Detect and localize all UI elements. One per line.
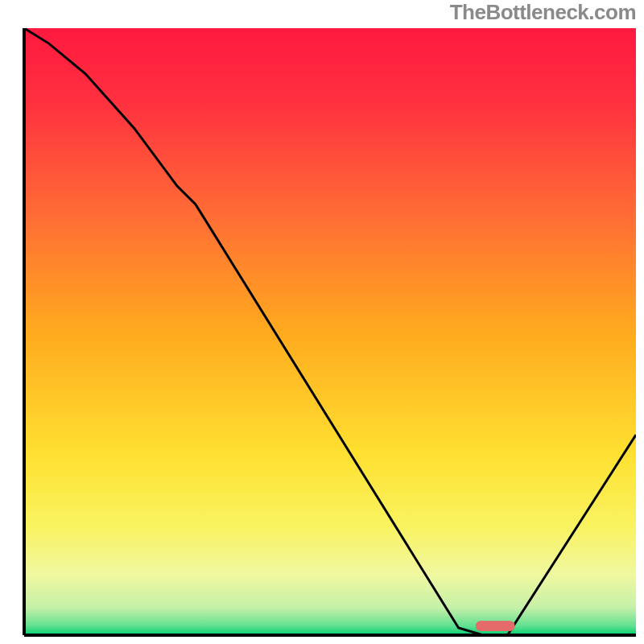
- watermark: TheBottleneck.com: [450, 0, 636, 25]
- gradient-background: [24, 28, 636, 635]
- chart-container: { "watermark": "TheBottleneck.com", "cha…: [0, 0, 644, 644]
- optimal-region-marker: [476, 621, 515, 631]
- bottleneck-chart: [0, 0, 644, 644]
